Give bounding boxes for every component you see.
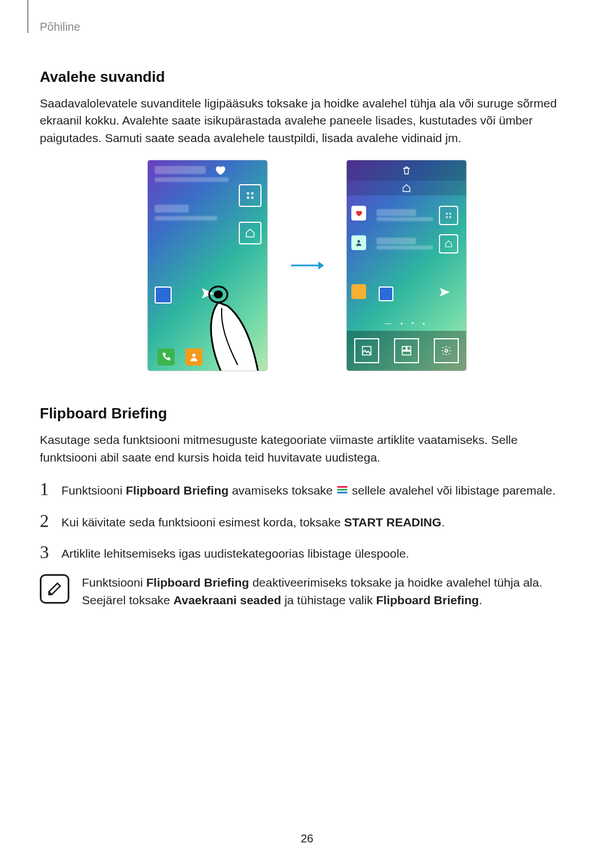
person-icon xyxy=(351,235,366,250)
svg-point-3 xyxy=(251,197,253,199)
panel-icon xyxy=(351,284,366,299)
phone-screenshot-left xyxy=(148,160,267,371)
step-number: 1 xyxy=(40,480,61,498)
heading-home-options: Avalehe suvandid xyxy=(40,68,574,86)
header-section-label: Põhiline xyxy=(40,20,80,34)
svg-marker-17 xyxy=(318,261,324,269)
svg-point-1 xyxy=(251,193,253,194)
steps-list: 1 Funktsiooni Flipboard Briefing avamise… xyxy=(40,480,574,562)
svg-point-15 xyxy=(214,290,223,298)
arrow-right-icon xyxy=(290,260,324,271)
svg-rect-26 xyxy=(403,351,411,355)
heading-flipboard: Flipboard Briefing xyxy=(40,405,574,422)
svg-point-20 xyxy=(450,213,451,214)
trash-icon xyxy=(347,160,466,181)
svg-rect-25 xyxy=(407,347,411,351)
home-tile-icon xyxy=(239,222,262,244)
settings-option-icon xyxy=(434,338,459,363)
svg-rect-24 xyxy=(403,347,406,351)
step-number: 3 xyxy=(40,543,61,561)
manual-page: Põhiline Avalehe suvandid Saadavalolevat… xyxy=(0,0,614,868)
page-content: Avalehe suvandid Saadavalolevatele suvan… xyxy=(40,68,574,609)
step-1: 1 Funktsiooni Flipboard Briefing avamise… xyxy=(40,480,574,499)
folder-icon xyxy=(155,286,172,304)
phone-icon xyxy=(157,348,175,366)
header-rule xyxy=(27,0,28,33)
note-block: Funktsiooni Flipboard Briefing deaktivee… xyxy=(40,574,574,609)
figure-row: — ▪ • ▪ xyxy=(40,160,574,371)
paragraph-home-options: Saadavalolevatele suvanditele ligipääsuk… xyxy=(40,95,574,147)
svg-point-18 xyxy=(358,240,360,243)
svg-point-21 xyxy=(446,217,447,218)
svg-point-19 xyxy=(446,213,447,214)
svg-point-22 xyxy=(450,217,451,218)
widget-tile-icon xyxy=(439,206,458,225)
svg-point-0 xyxy=(247,193,249,194)
page-indicator-icon: — ▪ • ▪ xyxy=(347,319,466,327)
flipboard-icon xyxy=(337,486,347,496)
folder-icon xyxy=(379,286,393,301)
widgets-option-icon xyxy=(394,338,419,363)
widget-tile-icon xyxy=(239,184,262,207)
phone-screenshot-right: — ▪ • ▪ xyxy=(347,160,466,371)
heart-icon xyxy=(351,206,366,221)
step-2: 2 Kui käivitate seda funktsiooni esimest… xyxy=(40,512,574,530)
step-number: 2 xyxy=(40,512,61,530)
svg-point-2 xyxy=(247,197,249,199)
hand-gesture-icon xyxy=(193,280,262,371)
step-3: 3 Artiklite lehitsemiseks igas uudisteka… xyxy=(40,543,574,562)
svg-point-27 xyxy=(445,350,448,352)
wallpaper-option-icon xyxy=(354,338,379,363)
paper-plane-icon xyxy=(439,286,450,298)
note-icon xyxy=(40,574,69,604)
home-icon xyxy=(347,181,466,196)
paragraph-flipboard-intro: Kasutage seda funktsiooni mitmesuguste k… xyxy=(40,431,574,466)
heart-icon xyxy=(214,164,226,176)
home-tile-icon xyxy=(439,234,458,254)
page-number: 26 xyxy=(0,832,614,845)
